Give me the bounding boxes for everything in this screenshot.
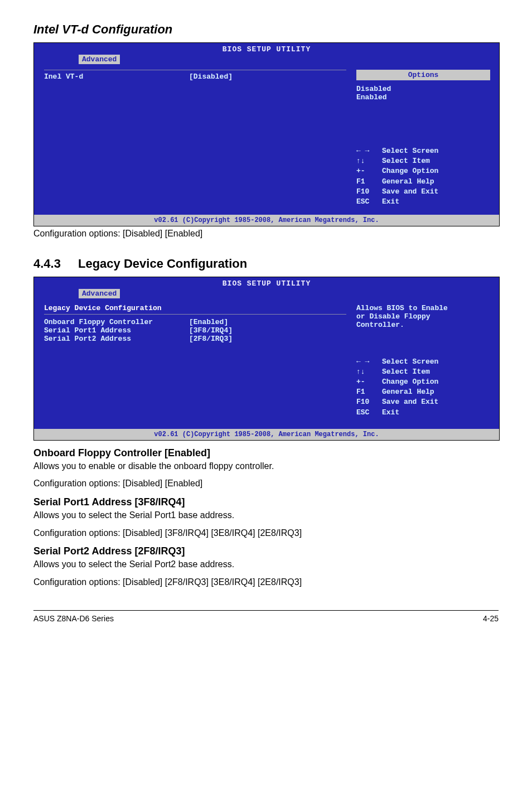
key-updown-desc: Select Item [382,367,430,377]
key-arrows: ← → [356,357,382,367]
intel-vtd-heading: Intel VT-d Configuration [33,22,499,37]
key-esc-desc: Exit [382,197,399,207]
key-f1: F1 [356,387,382,397]
serial1-value: [3F8/IRQ4] [189,326,233,335]
key-arrows-desc: Select Screen [382,357,438,367]
key-f1: F1 [356,177,382,187]
serial2-label: Serial Port2 Address [44,335,189,343]
serial1-label: Serial Port1 Address [44,326,189,335]
key-updown: ↑↓ [356,367,382,377]
bios-screen-vtd: BIOS SETUP UTILITY Advanced Inel VT-d [D… [33,42,500,226]
bios-copyright: v02.61 (C)Copyright 1985-2008, American … [34,215,499,226]
bios-header: BIOS SETUP UTILITY [34,43,499,55]
serial-port2-opts: Configuration options: [Disabled] [2F8/I… [33,576,499,588]
bios-left-panel: Legacy Device Configuration Onboard Flop… [38,301,352,424]
key-f1-desc: General Help [382,387,434,397]
key-updown: ↑↓ [356,156,382,166]
help-line-1: Allows BIOS to Enable [356,304,490,312]
key-plusminus: +- [356,377,382,387]
onboard-floppy-desc: Allows you to enable or disable the onbo… [33,460,499,472]
key-esc: ESC [356,408,382,418]
option-disabled: Disabled [356,85,490,93]
key-arrows: ← → [356,146,382,156]
help-line-3: Controller. [356,321,490,329]
key-esc: ESC [356,197,382,207]
floppy-value: [Enabled] [189,318,228,326]
bios-copyright: v02.61 (C)Copyright 1985-2008, American … [34,429,499,440]
section-4-4-3-heading: 4.4.3Legacy Device Configuration [33,257,499,271]
bios-screen-legacy: BIOS SETUP UTILITY Advanced Legacy Devic… [33,277,500,441]
key-plusminus-desc: Change Option [382,377,438,387]
key-f10: F10 [356,187,382,197]
footer-left: ASUS Z8NA-D6 Series [33,614,114,623]
onboard-floppy-heading: Onboard Floppy Controller [Enabled] [33,447,499,459]
option-enabled: Enabled [356,93,490,102]
key-f10-desc: Save and Exit [382,397,438,407]
legacy-heading: Legacy Device Configuration [44,304,346,315]
page-footer: ASUS Z8NA-D6 Series 4-25 [33,610,499,623]
key-f10-desc: Save and Exit [382,187,438,197]
serial-port1-heading: Serial Port1 Address [3F8/IRQ4] [33,496,499,508]
key-plusminus: +- [356,166,382,176]
bios-header: BIOS SETUP UTILITY [34,277,499,289]
serial-port1-desc: Allows you to select the Serial Port1 ba… [33,509,499,521]
floppy-label: Onboard Floppy Controller [44,318,189,326]
bios-right-panel: Options Disabled Enabled ← →Select Scree… [352,66,495,210]
key-arrows-desc: Select Screen [382,146,438,156]
vtd-item-label: Inel VT-d [44,73,189,81]
key-esc-desc: Exit [382,408,399,418]
key-f1-desc: General Help [382,177,434,187]
vtd-item-value: [Disabled] [189,73,233,81]
serial-port1-opts: Configuration options: [Disabled] [3F8/I… [33,527,499,539]
bios-right-panel: Allows BIOS to Enable or Disable Floppy … [352,301,495,424]
key-updown-desc: Select Item [382,156,430,166]
section-text: Legacy Device Configuration [78,257,247,270]
serial-port2-desc: Allows you to select the Serial Port2 ba… [33,558,499,571]
options-title: Options [356,70,490,80]
serial2-value: [2F8/IRQ3] [189,335,233,343]
serial-port2-heading: Serial Port2 Address [2F8/IRQ3] [33,545,499,557]
onboard-floppy-opts: Configuration options: [Disabled] [Enabl… [33,477,499,490]
footer-right: 4-25 [483,614,499,623]
bios-tab-advanced: Advanced [79,289,120,298]
bios-tab-advanced: Advanced [79,55,120,64]
vtd-config-options: Configuration options: [Disabled] [Enabl… [33,228,499,240]
key-f10: F10 [356,397,382,407]
key-plusminus-desc: Change Option [382,166,438,176]
bios-left-panel: Inel VT-d [Disabled] [38,66,352,210]
help-line-2: or Disable Floppy [356,312,490,321]
section-number: 4.4.3 [33,257,78,271]
